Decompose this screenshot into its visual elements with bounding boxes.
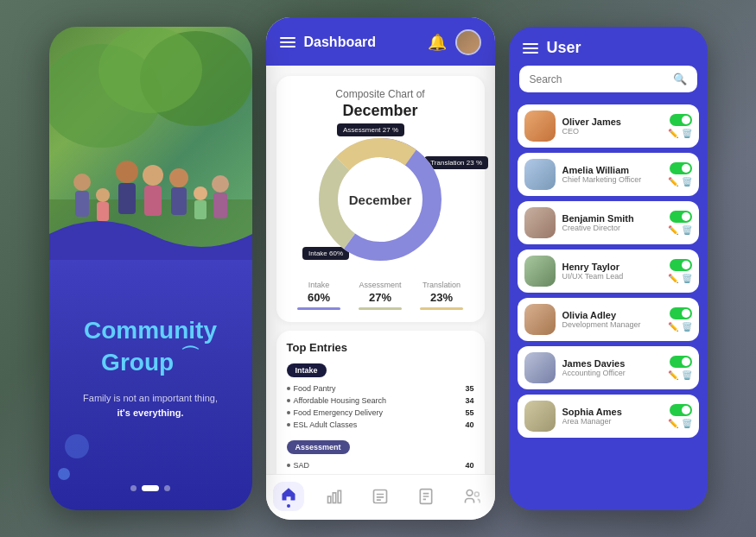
donut-chart: Assessment 27 % Translation 23 % Intake … [311, 130, 449, 268]
entry-value: 35 [465, 384, 473, 393]
delete-icon-3[interactable]: 🗑️ [682, 274, 692, 283]
entries-card: Top Entries Intake Food Pantry35Affordab… [276, 331, 485, 474]
entry-value: 40 [465, 461, 473, 470]
menu-line-2 [280, 41, 295, 43]
user-info-2: Benjamin Smith Creative Director [562, 213, 661, 232]
edit-icon-4[interactable]: ✏️ [668, 322, 678, 332]
user-role-6: Area Manager [562, 417, 661, 426]
legend-assessment-label: Assessment [359, 281, 401, 289]
nav-document[interactable] [410, 484, 442, 509]
edit-icon-3[interactable]: ✏️ [668, 274, 678, 283]
delete-icon-0[interactable]: 🗑️ [682, 129, 692, 138]
user-toggle-0[interactable] [670, 114, 692, 126]
user-actions-4: ✏️ 🗑️ [668, 307, 692, 332]
entries-title: Top Entries [287, 341, 474, 354]
assessment-list: SAD40MOODY33 [287, 459, 474, 474]
user-role-2: Creative Director [562, 224, 661, 232]
svg-point-11 [143, 165, 163, 186]
svg-point-13 [169, 168, 188, 187]
legend-translation: Translation 23% [420, 281, 463, 310]
user-avatar-1 [524, 159, 556, 190]
user-toggle-3[interactable] [670, 259, 692, 271]
entry-value: 55 [465, 408, 473, 417]
user-list-item[interactable]: Sophia Ames Area Manager ✏️ 🗑️ [518, 395, 699, 438]
dot-3[interactable] [164, 485, 170, 491]
user-list-item[interactable]: Amelia William Chief Marketing Officer ✏… [518, 153, 699, 196]
family-photo [49, 27, 252, 260]
search-bar[interactable]: 🔍 [519, 66, 697, 92]
user-avatar-4 [524, 304, 556, 335]
svg-point-35 [474, 492, 479, 496]
nav-users[interactable] [456, 484, 487, 509]
user-toggle-2[interactable] [670, 211, 692, 223]
action-icons-0: ✏️ 🗑️ [668, 129, 692, 138]
legend-assessment: Assessment 27% [359, 281, 402, 310]
user-role-5: Accounting Officer [562, 369, 661, 377]
entry-name: ESL Adult Classes [287, 420, 466, 429]
dot-1[interactable] [130, 485, 137, 491]
user-name-5: James Davies [562, 358, 661, 369]
user-list-item[interactable]: Oliver James CEO ✏️ 🗑️ [518, 104, 699, 148]
user-actions-2: ✏️ 🗑️ [668, 211, 692, 235]
entry-dot [287, 399, 290, 402]
menu-line-3 [280, 46, 295, 47]
carousel-dots[interactable] [130, 485, 170, 491]
legend-intake-label: Intake [308, 281, 330, 289]
legend-translation-label: Translation [422, 281, 461, 289]
dashboard-body: Composite Chart of December Assessment 2… [266, 66, 495, 474]
assessment-entry: SAD40 [287, 459, 474, 471]
user-name-1: Amelia William [562, 165, 661, 175]
user-name-0: Oliver James [562, 117, 661, 127]
delete-icon-5[interactable]: 🗑️ [682, 370, 692, 380]
svg-rect-25 [338, 490, 340, 502]
user-toggle-6[interactable] [670, 404, 692, 416]
edit-icon-1[interactable]: ✏️ [668, 177, 678, 186]
user-info-3: Henry Taylor UI/UX Team Lead [562, 262, 661, 281]
edit-icon-6[interactable]: ✏️ [668, 419, 678, 428]
user-list-item[interactable]: Olivia Adley Development Manager ✏️ 🗑️ [518, 298, 699, 341]
svg-point-7 [96, 188, 110, 202]
user-toggle-1[interactable] [670, 162, 692, 174]
user-toggle-4[interactable] [670, 307, 692, 319]
user-actions-3: ✏️ 🗑️ [668, 259, 692, 283]
entry-name: Food Pantry [287, 384, 466, 393]
notification-icon[interactable]: 🔔 [428, 33, 447, 52]
edit-icon-5[interactable]: ✏️ [668, 370, 678, 380]
user-role-0: CEO [562, 127, 661, 136]
edit-icon-0[interactable]: ✏️ [668, 129, 678, 138]
user-toggle-5[interactable] [670, 356, 692, 368]
user-role-3: UI/UX Team Lead [562, 272, 661, 281]
menu-line-1 [280, 37, 295, 39]
edit-icon-2[interactable]: ✏️ [668, 225, 678, 235]
community-panel: Community Group ⌒ Family is not an impor… [49, 27, 252, 510]
delete-icon-1[interactable]: 🗑️ [682, 177, 692, 186]
user-list-item[interactable]: Benjamin Smith Creative Director ✏️ 🗑️ [518, 201, 699, 244]
search-input[interactable] [530, 73, 673, 85]
delete-icon-2[interactable]: 🗑️ [682, 225, 692, 235]
assessment-badge: Assessment [287, 440, 350, 454]
intake-list: Food Pantry35Affordable Housing Search34… [287, 382, 474, 431]
entry-dot [287, 423, 290, 426]
delete-icon-4[interactable]: 🗑️ [682, 322, 692, 332]
nav-home[interactable] [273, 482, 304, 511]
intake-entry: Food Pantry35 [287, 382, 474, 395]
nav-list[interactable] [365, 484, 396, 509]
menu-button[interactable] [280, 37, 295, 47]
search-button[interactable]: 🔍 [673, 73, 687, 85]
chart-icon [326, 488, 343, 505]
action-icons-6: ✏️ 🗑️ [668, 419, 692, 428]
delete-icon-6[interactable]: 🗑️ [682, 419, 692, 428]
nav-charts[interactable] [319, 484, 350, 509]
dot-2-active[interactable] [142, 485, 159, 491]
user-actions-0: ✏️ 🗑️ [668, 114, 692, 138]
dashboard-panel: Dashboard 🔔 Composite Chart of December … [266, 17, 495, 520]
user-list-item[interactable]: James Davies Accounting Officer ✏️ 🗑️ [518, 346, 699, 389]
user-avatar-3 [524, 256, 556, 287]
user-list-item[interactable]: Henry Taylor UI/UX Team Lead ✏️ 🗑️ [518, 250, 699, 293]
user-menu-line-3 [523, 52, 538, 54]
user-avatar-header[interactable] [455, 29, 481, 55]
user-menu-button[interactable] [523, 43, 538, 54]
intake-badge: Intake [287, 363, 327, 377]
entry-dot [287, 464, 290, 467]
list-icon [372, 488, 389, 505]
